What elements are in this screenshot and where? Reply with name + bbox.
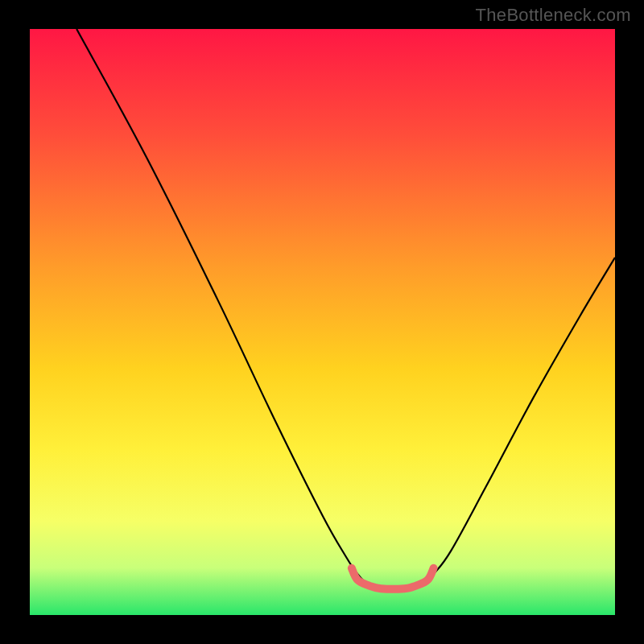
bottleneck-chart [30,29,615,615]
plot-area [30,29,615,615]
watermark-text: TheBottleneck.com [476,5,631,26]
gradient-background [30,29,615,615]
chart-frame: TheBottleneck.com [0,0,644,644]
